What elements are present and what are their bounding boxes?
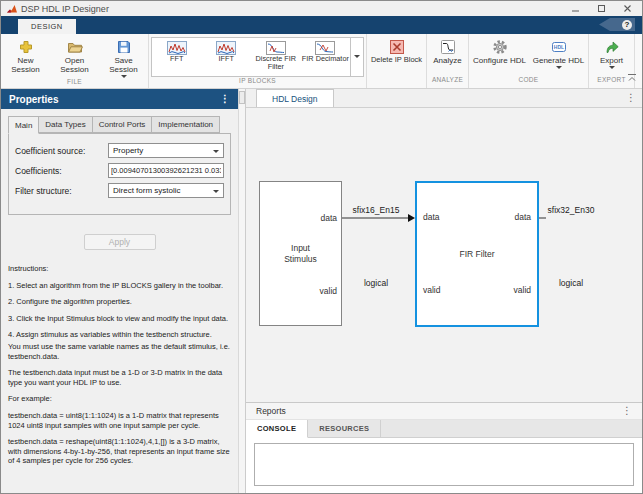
app-window: DSP HDL IP Designer DESIGN ? New Session xyxy=(0,0,643,494)
signal-label-data-out: sfix32_En30 xyxy=(540,206,602,215)
coefficients-label: Coefficients: xyxy=(15,166,108,176)
hdl-design-canvas[interactable]: sfix16_En15 logical sfix32_En30 logical … xyxy=(246,108,642,402)
open-session-button[interactable]: Open Session xyxy=(50,37,100,74)
window-title: DSP HDL IP Designer xyxy=(21,4,109,14)
analyze-group-label: ANALYZE xyxy=(427,76,468,88)
canvas-menu-dots-icon[interactable]: ⋮ xyxy=(626,93,636,103)
generate-hdl-button[interactable]: HDL Generate HDL xyxy=(530,37,588,69)
apply-button[interactable]: Apply xyxy=(84,234,156,250)
ribbon-tabstrip: DESIGN ? xyxy=(1,16,642,34)
minimize-icon[interactable] xyxy=(571,4,580,13)
gallery-item-label: Discrete FIR Filter xyxy=(251,55,301,70)
discrete-fir-filter-icon xyxy=(266,41,286,55)
save-session-button[interactable]: Save Session xyxy=(100,37,148,78)
properties-title: Properties xyxy=(9,94,58,105)
analyze-button[interactable]: Analyze xyxy=(428,37,468,65)
tab-control-ports[interactable]: Control Ports xyxy=(93,116,153,133)
properties-panel: Properties ⋮ Main Data Types Control Por… xyxy=(1,89,238,493)
help-button[interactable]: ? xyxy=(599,18,635,31)
gallery-item-fft[interactable]: FFT xyxy=(152,38,202,76)
export-label: Export xyxy=(600,56,623,65)
gallery-expand-button[interactable] xyxy=(350,38,363,76)
new-session-icon xyxy=(18,39,34,55)
save-session-icon xyxy=(116,39,132,55)
port-label-data: data xyxy=(514,213,531,222)
instructions-text: Instructions: 1. Select an algorithm fro… xyxy=(1,250,238,473)
properties-tabbar: Main Data Types Control Ports Implementa… xyxy=(8,116,231,133)
tab-hdl-design[interactable]: HDL Design xyxy=(256,89,334,107)
port-label-valid: valid xyxy=(423,286,440,295)
ribbon-group-analyze: Analyze ANALYZE xyxy=(427,34,469,88)
instructions-line: 4. Assign stimulus as variables within t… xyxy=(8,330,232,340)
export-button[interactable]: Export xyxy=(591,37,633,69)
properties-form: Coefficient source: Property Coefficient… xyxy=(8,133,231,215)
tab-data-types[interactable]: Data Types xyxy=(39,116,92,133)
gallery-item-discrete-fir-filter[interactable]: Discrete FIR Filter xyxy=(251,38,301,76)
caret-down-icon xyxy=(354,55,360,58)
delete-group-label xyxy=(367,76,426,88)
main-area: Properties ⋮ Main Data Types Control Por… xyxy=(1,89,642,493)
hdl-badge-icon: HDL xyxy=(551,39,567,55)
configure-hdl-button[interactable]: Configure HDL xyxy=(470,37,530,65)
ribbon-group-delete: Delete IP Block xyxy=(367,34,427,88)
document-tabbar: HDL Design ⋮ xyxy=(246,89,642,108)
panel-splitter[interactable] xyxy=(238,89,246,493)
gallery-item-label: FIR Decimator xyxy=(302,55,349,63)
coefficient-source-value: Property xyxy=(113,146,143,155)
gallery-item-ifft[interactable]: IFFT xyxy=(202,38,252,76)
signal-label-valid-in: logical xyxy=(343,279,409,288)
signal-label-valid-out: logical xyxy=(540,279,602,288)
analyze-icon xyxy=(440,39,456,55)
port-label-data: data xyxy=(423,213,440,222)
ribbon-group-code: Configure HDL HDL Generate HDL CODE xyxy=(469,34,589,88)
fft-icon xyxy=(167,41,187,55)
maximize-icon[interactable] xyxy=(597,4,606,13)
new-session-label: New Session xyxy=(3,56,49,74)
fir-filter-label: FIR Filter xyxy=(417,183,537,325)
coefficient-source-select[interactable]: Property xyxy=(108,143,224,158)
export-icon xyxy=(604,39,620,55)
input-stimulus-label: Input Stimulus xyxy=(260,182,341,325)
reports-title: Reports xyxy=(256,406,286,416)
coefficients-input[interactable] xyxy=(108,163,224,178)
reports-body xyxy=(246,438,642,493)
filter-structure-value: Direct form systolic xyxy=(113,186,181,195)
console-output xyxy=(254,443,634,486)
input-stimulus-block[interactable]: Input Stimulus data valid xyxy=(259,181,342,326)
splitter-collapse-handle[interactable] xyxy=(239,91,245,104)
coefficient-source-label: Coefficient source: xyxy=(15,146,108,156)
tab-resources[interactable]: RESOURCES xyxy=(308,420,381,437)
collapse-ribbon-icon[interactable] xyxy=(627,73,637,82)
fir-filter-block[interactable]: FIR Filter data valid data valid xyxy=(415,181,539,327)
filter-structure-select[interactable]: Direct form systolic xyxy=(108,183,224,198)
new-session-button[interactable]: New Session xyxy=(2,37,50,74)
gallery-item-label: IFFT xyxy=(219,55,234,63)
properties-header: Properties ⋮ xyxy=(1,89,238,109)
filter-structure-label: Filter structure: xyxy=(15,186,108,196)
gallery-item-label: FFT xyxy=(170,55,183,63)
generate-hdl-label: Generate HDL xyxy=(533,56,585,65)
close-icon[interactable] xyxy=(623,4,632,13)
ribbon-toolbar: New Session Open Session Save Sessi xyxy=(1,34,642,89)
port-label-valid: valid xyxy=(320,287,337,296)
tab-main[interactable]: Main xyxy=(8,116,39,134)
reports-tabbar: CONSOLE RESOURCES xyxy=(246,420,642,438)
instructions-line: For example: xyxy=(8,394,232,404)
gallery-item-fir-decimator[interactable]: FIR Decimator xyxy=(301,38,351,76)
port-label-data: data xyxy=(320,214,337,223)
save-session-label: Save Session xyxy=(101,56,147,74)
tab-console[interactable]: CONSOLE xyxy=(246,420,308,438)
properties-menu-dots-icon[interactable]: ⋮ xyxy=(220,94,230,104)
caret-down-icon xyxy=(556,66,562,69)
titlebar: DSP HDL IP Designer xyxy=(1,1,642,16)
gear-icon xyxy=(492,39,508,55)
fir-decimator-icon xyxy=(315,41,335,55)
reports-menu-dots-icon[interactable]: ⋮ xyxy=(622,406,632,416)
delete-ip-block-icon xyxy=(389,39,405,55)
instructions-line: 3. Click the Input Stimulus block to vie… xyxy=(8,314,232,324)
caret-down-icon xyxy=(609,66,615,69)
tab-design[interactable]: DESIGN xyxy=(18,19,76,34)
ip-blocks-group-label: IP BLOCKS xyxy=(149,77,366,88)
delete-ip-block-button[interactable]: Delete IP Block xyxy=(368,37,426,65)
tab-implementation[interactable]: Implementation xyxy=(152,116,220,133)
